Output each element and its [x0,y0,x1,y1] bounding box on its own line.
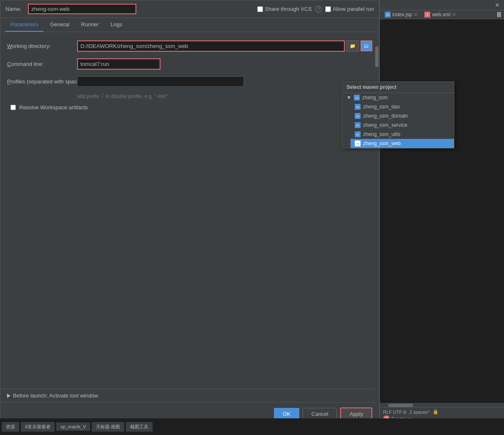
xml-icon: X [424,12,430,18]
tab-web-xml[interactable]: X web.xml ✕ [421,10,459,19]
indent-status: 2 spaces* [409,410,429,415]
jsp-icon: JS [385,12,391,18]
tab-runner[interactable]: Runner [76,18,104,32]
maven-project-popup: Select maven project ▼ m zheng_ssm m zhe… [342,81,454,148]
taskbar-item-4[interactable]: 截图工具 [126,422,153,432]
resolve-artifacts-label: Resolve Workspace artifacts [19,104,88,111]
close-button[interactable]: ✕ [492,1,502,9]
profiles-row: Profiles (separated with space): [7,76,372,87]
before-launch-section: Before launch: Activate tool window [0,389,379,402]
web-xml-label: web.xml [432,12,450,18]
tab-logs[interactable]: Logs [105,18,127,32]
maven-item-web[interactable]: m zheng_ssm_web [351,139,454,148]
editor-area[interactable] [380,19,504,403]
taskbar-item-2[interactable]: xp_oracle_V [56,422,90,431]
taskbar-item-0[interactable]: 资源 [2,422,19,432]
checkbox-group: Share through VCS ? Allow parallel run [257,6,374,13]
pause-button[interactable] [496,12,502,17]
before-launch-toggle[interactable]: Before launch: Activate tool window [7,392,372,399]
taskbar-item-1[interactable]: 6音乐搜索者 [21,422,55,432]
right-panel-tabs: ✕ [380,0,504,10]
maven-service-label: zheng_ssm_service [363,122,407,128]
maven-item-root[interactable]: ▼ m zheng_ssm [342,93,454,102]
close-index-jsp-icon[interactable]: ✕ [414,12,418,18]
maven-utils-icon: m [355,131,361,137]
working-directory-input-group: 📁 🗂 [77,40,372,52]
maven-domain-label: zheng_ssm_domain [363,113,408,119]
maven-utils-label: zheng_ssm_utils [363,131,400,137]
maven-domain-icon: m [355,113,361,119]
command-line-input[interactable] [77,58,160,70]
lock-icon: 🔒 [433,409,439,415]
allow-parallel-label: Allow parallel run [333,6,374,12]
pause-bar-left [497,12,499,17]
name-label: Name: [5,6,21,12]
maven-web-label: zheng_ssm_web [363,141,401,146]
profiles-hint: add prefix '-' to disable profile, e.g. … [7,93,372,99]
index-jsp-label: index.jsp [392,12,412,18]
maven-item-dao[interactable]: m zheng_ssm_dao [351,102,454,111]
profiles-label: Profiles (separated with space): [7,78,74,85]
triangle-icon [7,394,10,398]
name-input[interactable] [28,4,136,14]
tab-index-jsp[interactable]: JS index.jsp ✕ [381,10,421,19]
working-directory-label: Working directory: [7,43,74,49]
share-vcs-item: Share through VCS [257,6,312,12]
maven-popup-title: Select maven project [342,82,454,93]
maven-item-service[interactable]: m zheng_ssm_service [351,121,454,130]
maven-item-utils[interactable]: m zheng_ssm_utils [351,130,454,139]
allow-parallel-checkbox[interactable] [325,6,331,12]
name-row: Name: Share through VCS ? Allow parallel… [0,0,379,18]
share-vcs-label: Share through VCS [265,6,312,12]
right-panel: ✕ JS index.jsp ✕ X web.xml ✕ RLF UTF- [379,0,504,435]
share-vcs-checkbox[interactable] [257,6,263,12]
maven-item-domain[interactable]: m zheng_ssm_domain [351,111,454,121]
profiles-input[interactable] [77,76,244,87]
help-icon[interactable]: ? [315,6,322,13]
select-maven-project-button[interactable]: 🗂 [361,40,372,51]
encoding-status: RLF UTF-8 [383,410,406,415]
folder-icon: 📁 [350,43,356,49]
close-web-xml-icon[interactable]: ✕ [452,12,456,18]
maven-service-icon: m [355,122,361,128]
maven-select-icon: 🗂 [364,43,369,49]
pause-icon [497,12,501,17]
tab-general[interactable]: General [45,18,74,32]
file-tabs-row: JS index.jsp ✕ X web.xml ✕ [380,10,504,19]
maven-item-label: zheng_ssm [362,95,388,101]
h-scrollbar-thumb [388,404,413,407]
status-row: RLF UTF-8 2 spaces* 🔒 [383,409,501,415]
maven-dao-label: zheng_ssm_dao [363,104,400,110]
taskbar: 资源 6音乐搜索者 xp_oracle_V 天标题·画图 截图工具 [0,418,504,435]
resolve-artifacts-row: Resolve Workspace artifacts [7,104,372,111]
working-directory-input[interactable] [77,40,345,52]
pause-bar-right [499,12,501,17]
maven-children: m zheng_ssm_dao m zheng_ssm_domain m zhe… [342,102,454,148]
close-area: ✕ [492,1,502,9]
taskbar-item-3[interactable]: 天标题·画图 [92,422,124,432]
scrollbar-thumb [375,46,379,67]
allow-parallel-item: Allow parallel run [325,6,374,12]
maven-root-icon: m [354,95,360,101]
dialog-content: Working directory: 📁 🗂 Command line: [0,32,379,389]
tab-parameters[interactable]: Parameters [5,18,43,32]
tabs-bar: Parameters General Runner Logs [0,18,379,32]
command-line-row: Command line: [7,58,372,70]
resolve-artifacts-checkbox[interactable] [10,105,16,110]
before-launch-label: Before launch: Activate tool window [13,392,98,399]
maven-web-icon: m [355,141,361,146]
horizontal-scrollbar[interactable] [380,403,504,407]
maven-dao-icon: m [355,104,361,110]
tree-arrow-icon: ▼ [346,95,351,101]
command-line-label: Command line: [7,61,74,67]
working-directory-row: Working directory: 📁 🗂 [7,40,372,52]
browse-folder-button[interactable]: 📁 [346,40,359,52]
run-config-dialog: Name: Share through VCS ? Allow parallel… [0,0,379,435]
